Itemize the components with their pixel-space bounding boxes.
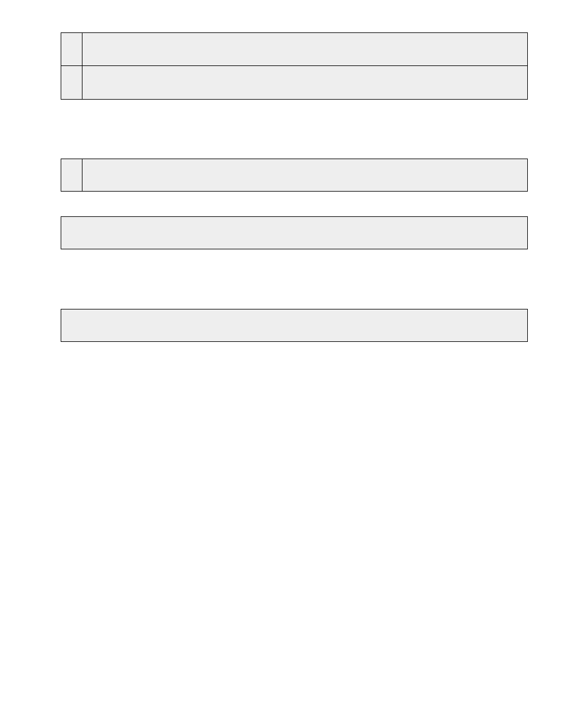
table-cell-left [61, 66, 82, 99]
table-1 [61, 32, 528, 100]
table-row [61, 33, 527, 66]
table-cell-right [82, 66, 527, 99]
table-3 [61, 216, 528, 249]
table-row [61, 66, 527, 99]
table-cell-left [61, 33, 82, 65]
table-cell-right [82, 33, 527, 65]
document-page [61, 32, 528, 342]
table-cell-right [82, 159, 527, 191]
table-4 [61, 309, 528, 342]
table-2 [61, 159, 528, 192]
table-cell-left [61, 159, 82, 191]
